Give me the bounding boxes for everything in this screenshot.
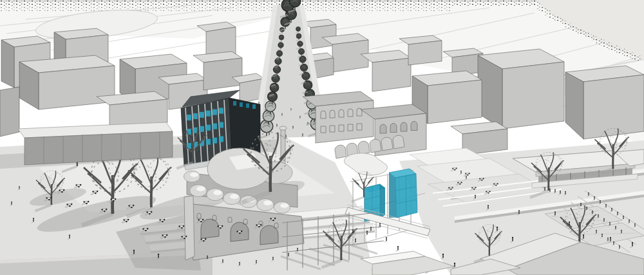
render-viewport: Aerial perspective render of an urban de… <box>0 0 644 275</box>
dome <box>257 199 274 211</box>
dome <box>190 185 207 197</box>
horizon-texture <box>0 1 537 6</box>
historic-facade <box>316 100 374 143</box>
glass-box-large <box>389 169 417 218</box>
dome <box>184 171 200 182</box>
left-retail-building <box>18 122 173 165</box>
horizon-texture2 <box>0 6 451 11</box>
mosque-pylon <box>184 196 194 260</box>
render-canvas <box>0 0 644 275</box>
dome <box>223 193 241 205</box>
dome <box>274 202 290 213</box>
dome <box>207 189 224 201</box>
